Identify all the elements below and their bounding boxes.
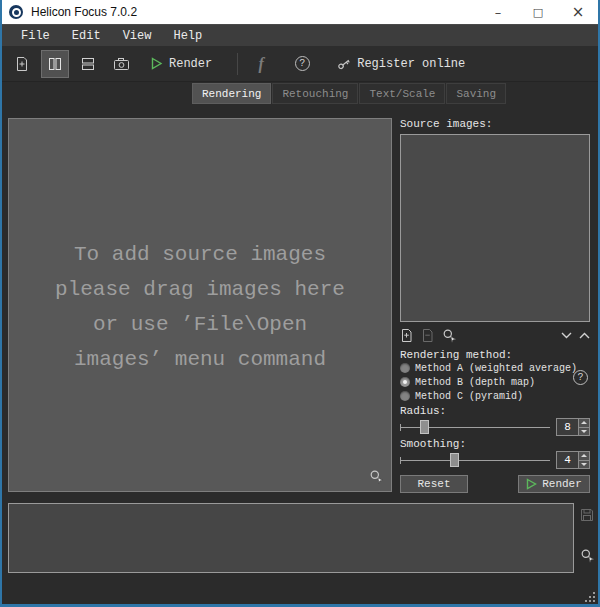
vertical-split-icon <box>47 56 63 72</box>
method-b-label: Method B (depth map) <box>415 377 535 388</box>
toolbar: Render f ? Register online <box>2 46 598 82</box>
radio-icon <box>400 363 410 373</box>
source-list-toolbar <box>400 327 590 343</box>
method-c-radio[interactable]: Method C (pyramid) <box>400 389 590 403</box>
help-icon: ? <box>295 56 310 71</box>
radius-increment-button[interactable] <box>579 419 589 427</box>
drop-hint-line: images’ menu command <box>9 342 391 377</box>
preview-drop-area[interactable]: To add source images please drag images … <box>8 118 392 492</box>
smoothing-label: Smoothing: <box>400 438 590 450</box>
horizontal-split-icon <box>80 56 96 72</box>
method-a-radio[interactable]: Method A (weighted average) <box>400 361 590 375</box>
vertical-split-view-button[interactable] <box>41 50 69 78</box>
render-button[interactable]: Render <box>518 475 590 493</box>
radius-label: Radius: <box>400 405 590 417</box>
radius-spin-buttons <box>578 419 589 435</box>
render-toolbar-button[interactable]: Render <box>140 50 223 78</box>
radius-slider-row: 8 <box>400 418 590 436</box>
drop-hint-line: To add source images <box>9 237 391 272</box>
resize-grip[interactable] <box>593 600 595 602</box>
method-a-label: Method A (weighted average) <box>415 363 577 374</box>
source-images-label: Source images: <box>400 118 590 130</box>
register-online-label: Register online <box>357 57 465 71</box>
radius-slider-thumb[interactable] <box>420 420 429 434</box>
drop-hint-text: To add source images please drag images … <box>9 237 391 377</box>
down-arrow-icon <box>581 430 587 433</box>
radio-icon <box>400 391 410 401</box>
radius-value: 8 <box>557 419 578 435</box>
smoothing-slider-thumb[interactable] <box>450 453 459 467</box>
smoothing-spinbox[interactable]: 4 <box>556 451 590 469</box>
play-icon <box>526 478 537 490</box>
tab-rendering[interactable]: Rendering <box>192 83 271 104</box>
key-icon <box>336 56 352 72</box>
move-down-button[interactable] <box>561 332 572 339</box>
minimize-button[interactable]: – <box>478 0 518 24</box>
smoothing-slider-row: 4 <box>400 451 590 469</box>
close-button[interactable]: × <box>558 0 598 24</box>
menubar: File Edit View Help <box>2 24 598 46</box>
tab-saving[interactable]: Saving <box>446 83 506 104</box>
move-up-button[interactable] <box>579 332 590 339</box>
tab-retouching[interactable]: Retouching <box>272 83 358 104</box>
save-log-button[interactable] <box>580 508 594 522</box>
facebook-icon: f <box>259 55 264 73</box>
radius-slider[interactable] <box>400 418 550 436</box>
camera-button[interactable] <box>107 50 135 78</box>
smoothing-decrement-button[interactable] <box>579 460 589 469</box>
window-controls: – □ × <box>478 0 598 24</box>
drop-hint-line: or use ’File\Open <box>9 307 391 342</box>
source-images-list[interactable] <box>400 134 590 322</box>
window-title: Helicon Focus 7.0.2 <box>31 5 137 19</box>
horizontal-split-view-button[interactable] <box>74 50 102 78</box>
smoothing-spin-buttons <box>578 452 589 468</box>
smoothing-value: 4 <box>557 452 578 468</box>
action-buttons: Reset Render <box>400 475 590 493</box>
tabstrip: RenderingRetouchingText/ScaleSaving <box>2 83 598 105</box>
camera-icon <box>113 56 130 72</box>
facebook-button[interactable]: f <box>247 50 275 78</box>
menu-view[interactable]: View <box>112 29 163 43</box>
tab-text-scale[interactable]: Text/Scale <box>359 83 445 104</box>
method-c-label: Method C (pyramid) <box>415 391 523 402</box>
remove-image-button[interactable] <box>421 328 435 343</box>
reset-button[interactable]: Reset <box>400 475 468 493</box>
radio-icon <box>400 377 410 387</box>
menu-edit[interactable]: Edit <box>61 29 112 43</box>
radius-decrement-button[interactable] <box>579 427 589 436</box>
render-toolbar-label: Render <box>169 57 212 71</box>
log-output-box[interactable] <box>8 503 574 573</box>
down-arrow-icon <box>581 463 587 466</box>
open-images-button[interactable] <box>8 50 36 78</box>
rendering-method-label: Rendering method: <box>400 349 590 361</box>
help-button[interactable]: ? <box>288 50 316 78</box>
app-window: Helicon Focus 7.0.2 – □ × File Edit View… <box>0 0 600 607</box>
log-zoom-icon[interactable] <box>580 548 595 563</box>
render-label: Render <box>542 478 582 490</box>
radius-spinbox[interactable]: 8 <box>556 418 590 436</box>
menu-help[interactable]: Help <box>162 29 213 43</box>
add-file-icon <box>14 56 30 72</box>
titlebar: Helicon Focus 7.0.2 – □ × <box>2 0 598 24</box>
up-arrow-icon <box>581 454 587 457</box>
zoom-tool-icon[interactable] <box>369 469 384 484</box>
view-image-zoom-icon[interactable] <box>442 328 457 343</box>
app-logo-icon <box>9 5 23 19</box>
smoothing-slider[interactable] <box>400 451 550 469</box>
maximize-button[interactable]: □ <box>518 0 558 24</box>
play-icon <box>151 57 163 70</box>
menu-file[interactable]: File <box>10 29 61 43</box>
register-online-button[interactable]: Register online <box>327 50 474 78</box>
smoothing-increment-button[interactable] <box>579 452 589 460</box>
up-arrow-icon <box>581 421 587 424</box>
add-images-button[interactable] <box>400 328 414 343</box>
toolbar-separator <box>237 53 238 75</box>
reset-label: Reset <box>417 478 450 490</box>
right-panel: Source images: Rendering method: Metho <box>400 118 590 492</box>
method-b-radio[interactable]: Method B (depth map) <box>400 375 590 389</box>
method-help-icon[interactable]: ? <box>573 370 588 385</box>
drop-hint-line: please drag images here <box>9 272 391 307</box>
